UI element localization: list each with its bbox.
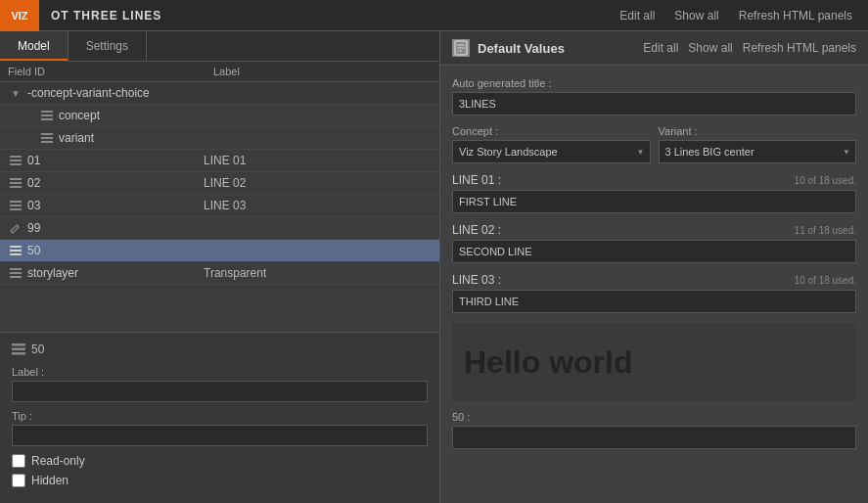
svg-rect-7 [10,160,22,161]
svg-rect-6 [10,156,22,158]
tree-row-99[interactable]: 99 [0,217,439,240]
refresh-button[interactable]: Refresh HTML panels [735,7,856,24]
tip-input[interactable] [12,425,428,446]
chevron-icon: ▼ [8,85,23,101]
variant-select[interactable]: 3 Lines BIG center [659,140,857,163]
list-icon [8,153,23,168]
tree-row-concept[interactable]: concept [0,105,439,127]
line02-group: LINE 02 : 11 of 18 used. [452,223,856,263]
read-only-checkbox[interactable] [12,454,25,468]
svg-rect-3 [41,133,53,135]
line03-label: LINE 03 : [452,273,501,287]
preview-text: Hello world [464,344,632,381]
preview-area: Hello world [452,323,856,401]
concept-select[interactable]: Viz Story Landscape [452,140,651,163]
tab-model[interactable]: Model [0,31,69,61]
auto-title-label: Auto generated title : [452,77,856,89]
line01-label-row: LINE 01 : 10 of 18 used. [452,173,856,187]
line01-group: LINE 01 : 10 of 18 used. [452,173,856,213]
line03-input[interactable] [452,290,856,313]
doc-icon [452,39,470,57]
svg-rect-18 [10,253,22,255]
hidden-row: Hidden [12,474,428,487]
tree-row-variant[interactable]: variant [0,127,439,150]
variant-col: Variant : 3 Lines BIG center [659,125,857,163]
edit-icon [8,220,23,236]
right-refresh-button[interactable]: Refresh HTML panels [743,41,856,55]
svg-rect-14 [10,208,22,210]
line03-group: LINE 03 : 10 of 18 used. [452,273,856,313]
svg-rect-5 [41,141,53,143]
tree-row-01[interactable]: 01 LINE 01 [0,150,439,172]
tree-row-50[interactable]: 50 [0,240,439,262]
label-field-row: Label : [12,366,428,402]
tree-row-storylayer[interactable]: storylayer Transparent [0,262,439,285]
right-header-title: Default Values [452,39,565,57]
concept-variant-row: Concept : Viz Story Landscape Variant : … [452,125,856,163]
field-50-input[interactable] [452,426,856,449]
field-50-group: 50 : [452,411,856,449]
right-show-all-button[interactable]: Show all [688,41,732,55]
svg-rect-24 [12,352,25,355]
tree-row-03[interactable]: 03 LINE 03 [0,195,439,217]
list-icon [8,198,23,213]
tabs: Model Settings [0,31,439,62]
list-icon [39,108,55,123]
bottom-panel-title: 50 [12,343,428,356]
svg-line-15 [17,225,19,227]
right-header-actions: Edit all Show all Refresh HTML panels [643,41,856,55]
label-input[interactable] [12,381,428,402]
auto-title-input[interactable] [452,92,856,115]
label-field-label: Label : [12,366,428,378]
tree-row-concept-variant-choice[interactable]: ▼ -concept-variant-choice [0,82,439,105]
right-panel: Default Values Edit all Show all Refresh… [440,31,868,503]
auto-title-group: Auto generated title : [452,77,856,115]
tree-row-02[interactable]: 02 LINE 02 [0,172,439,195]
edit-all-button[interactable]: Edit all [616,7,659,24]
line03-count: 10 of 18 used. [795,275,856,286]
main-layout: Model Settings Field ID Label ▼ -concept… [0,31,868,503]
col-label: Label [213,66,432,77]
line03-label-row: LINE 03 : 10 of 18 used. [452,273,856,287]
variant-label: Variant : [659,125,857,137]
variant-select-wrapper: 3 Lines BIG center [659,140,857,163]
svg-rect-22 [12,343,25,346]
app-title: OT THREE LINES [51,9,161,23]
svg-rect-23 [12,348,25,351]
line02-input[interactable] [452,240,856,263]
line01-label: LINE 01 : [452,173,501,187]
svg-rect-11 [10,186,22,188]
table-header: Field ID Label [0,62,439,82]
list-icon [39,130,55,146]
tip-field-label: Tip : [12,410,428,422]
read-only-label: Read-only [31,454,85,468]
hidden-label: Hidden [31,474,69,487]
right-edit-all-button[interactable]: Edit all [643,41,678,55]
svg-rect-8 [10,163,22,165]
svg-rect-10 [10,182,22,184]
tip-field-row: Tip : [12,410,428,446]
list-icon [8,175,23,191]
concept-col: Concept : Viz Story Landscape [452,125,651,163]
read-only-row: Read-only [12,454,428,468]
svg-rect-16 [10,246,22,248]
svg-rect-20 [10,272,22,274]
left-panel: Model Settings Field ID Label ▼ -concept… [0,31,440,503]
show-all-button[interactable]: Show all [670,7,722,24]
top-bar-actions: Edit all Show all Refresh HTML panels [616,7,868,24]
svg-rect-12 [10,201,22,203]
line01-count: 10 of 18 used. [795,175,856,186]
line02-label-row: LINE 02 : 11 of 18 used. [452,223,856,237]
tab-settings[interactable]: Settings [69,31,147,61]
svg-rect-19 [10,268,22,270]
list-icon [8,265,23,281]
hidden-checkbox[interactable] [12,474,25,487]
right-title-text: Default Values [478,41,565,56]
svg-rect-4 [41,137,53,139]
line02-label: LINE 02 : [452,223,501,237]
concept-select-wrapper: Viz Story Landscape [452,140,651,163]
svg-rect-2 [41,118,53,120]
list-icon [8,243,23,258]
line01-input[interactable] [452,190,856,213]
svg-rect-17 [10,250,22,252]
